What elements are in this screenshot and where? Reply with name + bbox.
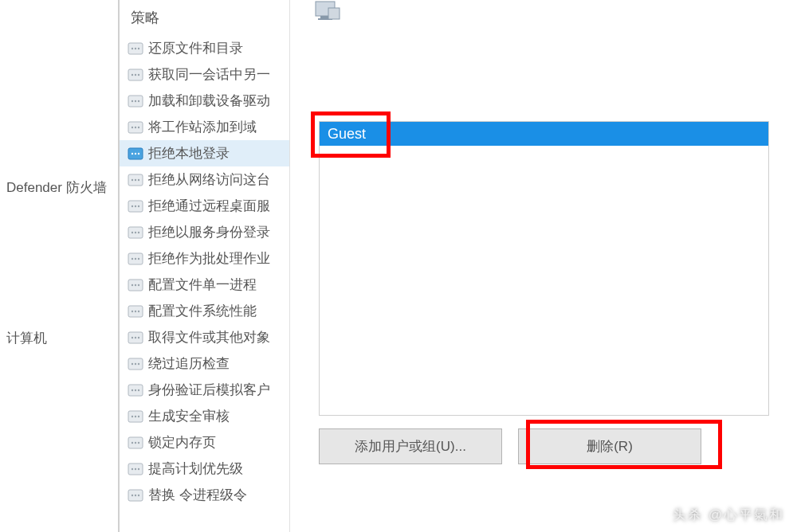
svg-point-49 (132, 362, 133, 364)
tree-item-defender[interactable]: Defender 防火墙 (0, 175, 118, 200)
policy-icon (128, 382, 143, 398)
svg-point-2 (135, 47, 136, 49)
svg-point-29 (132, 231, 133, 233)
svg-rect-75 (328, 8, 340, 19)
policy-item[interactable]: 拒绝以服务身份登录 (120, 219, 289, 245)
policy-icon (128, 198, 143, 214)
policy-header: 策略 (120, 0, 289, 35)
svg-point-46 (135, 336, 136, 338)
svg-point-33 (132, 257, 133, 259)
policy-icon (128, 67, 143, 83)
policy-item[interactable]: 生成安全审核 (120, 403, 289, 429)
svg-point-55 (138, 389, 139, 390)
policy-item[interactable]: 替换 令进程级令 (120, 482, 289, 508)
svg-point-34 (135, 257, 136, 259)
svg-point-62 (135, 441, 136, 443)
svg-point-71 (138, 494, 139, 495)
policy-icon (128, 119, 143, 135)
dialog-panel: Guest 添加用户或组(U)... 删除(R) 头杀 @心平氣和 (290, 0, 797, 532)
policy-item[interactable]: 身份验证后模拟客户 (120, 377, 289, 403)
svg-point-23 (138, 178, 139, 180)
svg-point-69 (132, 494, 133, 495)
svg-point-27 (138, 205, 139, 206)
policy-item[interactable]: 获取同一会话中另一 (120, 61, 289, 88)
computer-icon (314, 0, 346, 24)
policy-item[interactable]: 绕过追历检查 (120, 350, 289, 377)
policy-item[interactable]: 拒绝通过远程桌面服 (120, 193, 289, 219)
svg-point-37 (132, 284, 133, 285)
policy-icon (128, 435, 143, 451)
svg-point-41 (132, 310, 133, 311)
policy-icon (128, 146, 143, 162)
policy-icon (128, 93, 143, 109)
policy-list: 还原文件和目录获取同一会话中另一加载和卸载设备驱动将工作站添加到域拒绝本地登录拒… (120, 35, 289, 508)
svg-point-43 (138, 310, 139, 311)
svg-point-66 (135, 467, 136, 469)
policy-item[interactable]: 加载和卸载设备驱动 (120, 88, 289, 114)
policy-item[interactable]: 提高计划优先级 (120, 456, 289, 482)
policy-item-label: 拒绝通过远程桌面服 (148, 197, 270, 215)
tree-panel: Defender 防火墙 计算机 (0, 0, 120, 532)
policy-icon (128, 41, 143, 57)
policy-item[interactable]: 拒绝本地登录 (120, 140, 289, 166)
policy-item[interactable]: 拒绝从网络访问这台 (120, 166, 289, 193)
policy-item-label: 配置文件单一进程 (148, 276, 257, 294)
policy-icon (128, 409, 143, 424)
svg-point-59 (138, 415, 139, 417)
svg-point-22 (135, 178, 136, 180)
svg-point-35 (138, 257, 139, 259)
policy-item-label: 将工作站添加到域 (148, 118, 257, 136)
policy-item[interactable]: 还原文件和目录 (120, 35, 289, 61)
policy-icon (128, 461, 143, 477)
tree-item-computer[interactable]: 计算机 (0, 326, 118, 350)
policy-item-label: 提高计划优先级 (148, 460, 243, 478)
delete-button[interactable]: 删除(R) (518, 428, 701, 464)
svg-point-57 (132, 415, 133, 417)
policy-item-label: 拒绝作为批处理作业 (148, 249, 270, 268)
policy-item-label: 拒绝从网络访问这台 (148, 170, 270, 189)
svg-point-65 (132, 467, 133, 469)
policy-item-label: 取得文件或其他对象 (148, 328, 270, 346)
user-list-item-guest[interactable]: Guest (320, 122, 768, 146)
policy-item[interactable]: 配置文件单一进程 (120, 272, 289, 298)
svg-point-39 (138, 284, 139, 285)
policy-item-label: 拒绝以服务身份登录 (148, 223, 270, 241)
policy-item-label: 生成安全审核 (148, 407, 230, 425)
policy-icon (128, 356, 143, 372)
svg-point-11 (138, 100, 139, 101)
svg-point-42 (135, 310, 136, 311)
svg-point-1 (132, 47, 133, 49)
svg-point-15 (138, 126, 139, 127)
svg-point-70 (135, 494, 136, 495)
policy-item[interactable]: 拒绝作为批处理作业 (120, 245, 289, 272)
policy-icon (128, 172, 143, 188)
svg-point-58 (135, 415, 136, 417)
svg-point-17 (132, 152, 133, 154)
svg-point-51 (138, 362, 139, 364)
policy-item[interactable]: 配置文件系统性能 (120, 298, 289, 324)
policy-item[interactable]: 取得文件或其他对象 (120, 324, 289, 350)
svg-point-31 (138, 231, 139, 233)
watermark: 头杀 @心平氣和 (673, 506, 784, 524)
svg-point-26 (135, 205, 136, 206)
svg-point-45 (132, 336, 133, 338)
svg-point-7 (138, 73, 139, 75)
add-user-button[interactable]: 添加用户或组(U)... (319, 428, 502, 464)
policy-panel: 策略 还原文件和目录获取同一会话中另一加载和卸载设备驱动将工作站添加到域拒绝本地… (120, 0, 290, 532)
policy-item-label: 拒绝本地登录 (148, 144, 230, 162)
policy-item-label: 配置文件系统性能 (148, 302, 257, 320)
svg-point-61 (132, 441, 133, 443)
svg-point-30 (135, 231, 136, 233)
svg-point-38 (135, 284, 136, 285)
policy-item[interactable]: 锁定内存页 (120, 429, 289, 456)
policy-item-label: 还原文件和目录 (148, 39, 243, 57)
svg-point-47 (138, 336, 139, 338)
svg-point-18 (135, 152, 136, 154)
svg-point-14 (135, 126, 136, 127)
policy-icon (128, 277, 143, 293)
user-listbox[interactable]: Guest (319, 121, 769, 416)
svg-point-54 (135, 389, 136, 390)
policy-item[interactable]: 将工作站添加到域 (120, 114, 289, 140)
svg-point-13 (132, 126, 133, 127)
policy-icon (128, 225, 143, 241)
